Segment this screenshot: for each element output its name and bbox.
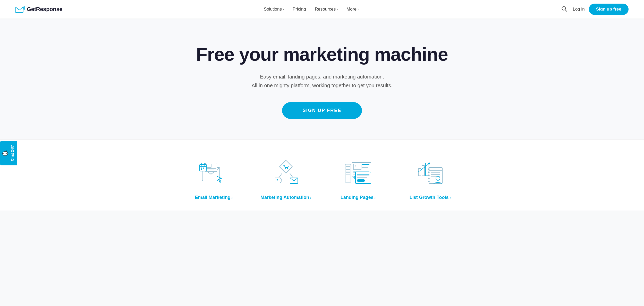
login-link[interactable]: Log in	[573, 7, 584, 12]
svg-point-55	[428, 169, 429, 170]
list-growth-tools-icon	[412, 155, 448, 189]
svg-rect-44	[357, 179, 365, 182]
svg-point-17	[285, 168, 286, 169]
nav-more[interactable]: More ›	[343, 5, 362, 14]
svg-rect-14	[203, 168, 204, 169]
svg-line-3	[565, 10, 567, 11]
chevron-icon: ›	[310, 196, 311, 200]
nav-signup-button[interactable]: Sign up free	[589, 4, 629, 15]
list-growth-tools-link[interactable]: List Growth Tools ›	[410, 195, 451, 200]
chevron-icon: ›	[232, 196, 233, 200]
hero-title: Free your marketing machine	[10, 44, 634, 65]
svg-point-58	[428, 178, 429, 179]
svg-rect-49	[429, 168, 442, 183]
feature-landing-pages: Landing Pages ›	[322, 155, 394, 200]
feature-marketing-automation: Marketing Automation ›	[250, 155, 322, 200]
hero-subtitle: Easy email, landing pages, and marketing…	[10, 72, 634, 90]
hero-section: Free your marketing machine Easy email, …	[0, 19, 644, 139]
navbar: GetResponse Solutions › Pricing Resource…	[0, 0, 644, 19]
svg-rect-45	[418, 169, 421, 176]
email-marketing-icon	[196, 155, 232, 189]
chevron-icon: ›	[375, 196, 376, 200]
nav-pricing[interactable]: Pricing	[289, 5, 310, 14]
svg-point-21	[277, 179, 278, 181]
feature-email-marketing: Email Marketing ›	[178, 155, 250, 200]
svg-line-20	[290, 173, 293, 178]
nav-resources[interactable]: Resources ›	[311, 5, 341, 14]
chevron-icon: ›	[283, 7, 284, 11]
svg-line-19	[279, 173, 282, 178]
feature-list-growth-tools: List Growth Tools ›	[394, 155, 466, 200]
svg-point-59	[428, 181, 429, 182]
svg-point-57	[428, 175, 429, 176]
chevron-icon: ›	[450, 196, 451, 200]
chevron-icon: ›	[337, 7, 338, 11]
svg-point-48	[428, 163, 430, 164]
chat-label: Chat 24/7	[10, 145, 14, 161]
nav-actions: Log in Sign up free	[560, 4, 629, 15]
svg-point-32	[355, 165, 356, 167]
svg-rect-15	[201, 169, 202, 170]
svg-rect-46	[422, 165, 425, 176]
features-section: Email Marketing ›	[0, 139, 644, 211]
hero-cta-button[interactable]: SIGN UP FREE	[282, 102, 362, 119]
svg-rect-23	[345, 164, 351, 182]
chevron-icon: ›	[358, 7, 359, 11]
chat-icon: 💬	[3, 150, 8, 156]
svg-rect-13	[201, 168, 202, 169]
svg-point-56	[428, 172, 429, 173]
chat-widget[interactable]: 💬 Chat 24/7	[0, 141, 17, 165]
nav-links: Solutions › Pricing Resources › More ›	[260, 5, 362, 14]
svg-rect-31	[353, 164, 361, 170]
svg-marker-16	[217, 176, 222, 182]
svg-rect-40	[355, 172, 371, 183]
marketing-automation-icon	[268, 155, 304, 189]
landing-pages-icon	[340, 155, 376, 189]
svg-point-18	[287, 168, 288, 169]
logo-icon	[15, 6, 25, 13]
logo[interactable]: GetResponse	[15, 6, 63, 13]
nav-solutions[interactable]: Solutions ›	[260, 5, 287, 14]
search-icon[interactable]	[560, 4, 569, 14]
landing-pages-link[interactable]: Landing Pages ›	[341, 195, 376, 200]
email-marketing-link[interactable]: Email Marketing ›	[195, 195, 233, 200]
svg-point-1	[23, 7, 24, 9]
marketing-automation-link[interactable]: Marketing Automation ›	[260, 195, 311, 200]
logo-text: GetResponse	[27, 6, 63, 13]
